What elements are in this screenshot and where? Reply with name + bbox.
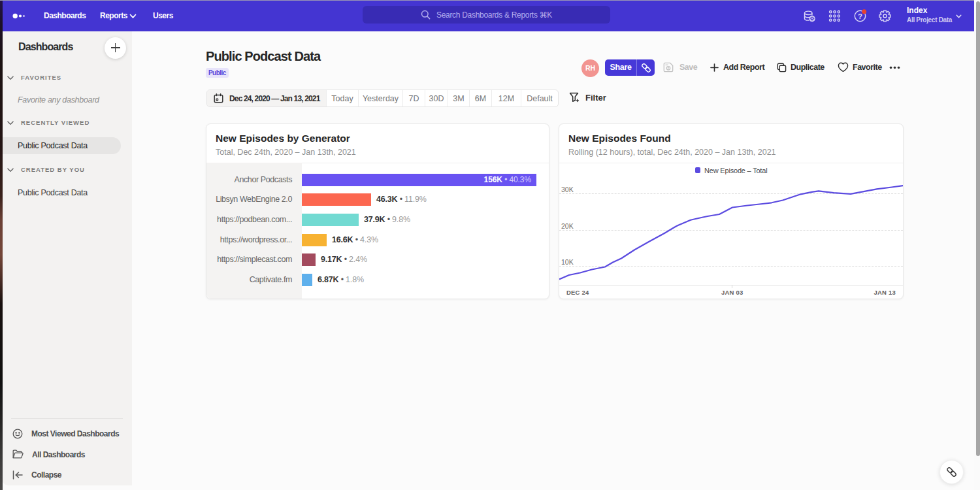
svg-text:?: ?	[858, 12, 862, 20]
